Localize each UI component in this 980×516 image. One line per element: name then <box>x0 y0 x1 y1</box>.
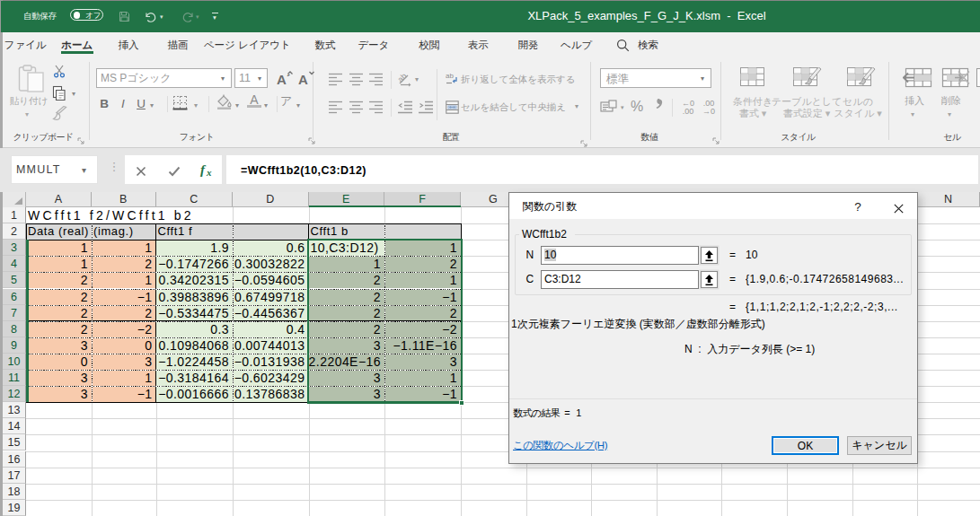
svg-text:ab: ab <box>398 72 409 84</box>
svg-text:A: A <box>298 72 308 86</box>
svg-text:f: f <box>200 162 207 177</box>
svg-text:x: x <box>206 167 212 178</box>
svg-text:ab: ab <box>446 72 454 80</box>
